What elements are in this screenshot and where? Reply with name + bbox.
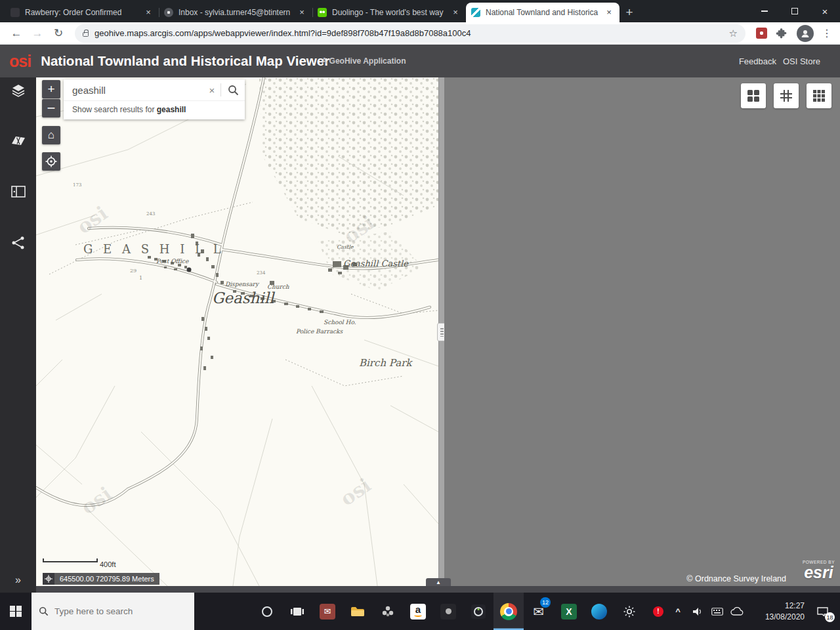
mail-app-button[interactable]: ✉ bbox=[312, 593, 343, 630]
window-minimize-button[interactable] bbox=[749, 0, 780, 22]
hash-grid-icon bbox=[780, 89, 793, 102]
security-alert-button[interactable]: ! bbox=[648, 606, 668, 617]
coordinate-locate-button[interactable] bbox=[43, 573, 54, 585]
amazon-icon: a bbox=[410, 604, 426, 620]
maximize-icon bbox=[791, 8, 798, 14]
zoom-out-button[interactable]: − bbox=[42, 99, 60, 117]
excel-button[interactable]: X bbox=[554, 593, 584, 630]
volume-button[interactable] bbox=[688, 608, 707, 616]
amazon-smile-icon bbox=[414, 614, 422, 617]
search-row: × bbox=[64, 79, 245, 100]
tab-rawberry[interactable]: Rawberry: Order Confirmed × bbox=[5, 3, 159, 22]
map-attribution: © Ordnance Survey Ireland bbox=[686, 574, 786, 583]
window-maximize-button[interactable] bbox=[780, 0, 810, 22]
sidebar-expand-button[interactable]: » bbox=[0, 574, 36, 586]
basemap-gallery-button[interactable] bbox=[741, 83, 766, 108]
new-tab-button[interactable]: + bbox=[620, 3, 639, 22]
map-label-castle: Geashill Castle bbox=[343, 259, 409, 268]
open-attribute-table-arrow[interactable]: ▲ bbox=[426, 578, 451, 586]
taskbar-search[interactable] bbox=[32, 593, 194, 630]
osi-logo[interactable]: osi bbox=[9, 52, 31, 71]
profile-avatar[interactable] bbox=[797, 25, 814, 42]
start-button[interactable] bbox=[0, 593, 32, 630]
amazon-button[interactable]: a bbox=[403, 593, 433, 630]
alert-icon: ! bbox=[653, 606, 663, 617]
zoom-in-button[interactable]: + bbox=[42, 80, 60, 98]
tab-duolingo[interactable]: Duolingo - The world's best way × bbox=[312, 3, 466, 22]
panel-divider[interactable] bbox=[438, 77, 444, 586]
layers-button[interactable] bbox=[0, 77, 36, 104]
settings-button[interactable] bbox=[614, 593, 644, 630]
tab-map-viewer-active[interactable]: National Townland and Historica × bbox=[466, 3, 620, 22]
tab-title: National Townland and Historica bbox=[486, 8, 598, 17]
browser-menu-icon[interactable]: ⋮ bbox=[820, 27, 833, 39]
taskbar-clock[interactable]: 12:27 13/08/2020 bbox=[747, 600, 807, 621]
app-header: osi National Townland and Historical Map… bbox=[0, 45, 840, 77]
map-plot-number: 1 bbox=[139, 275, 142, 281]
map-canvas[interactable]: G E A S H I L L Post Office Dispensary C… bbox=[36, 77, 438, 586]
tab-inbox[interactable]: Inbox - sylvia.turner45@btintern × bbox=[159, 3, 312, 22]
esri-text: esri bbox=[803, 564, 835, 581]
extensions-puzzle-icon[interactable] bbox=[776, 28, 787, 39]
grid-overlay-button[interactable] bbox=[774, 83, 799, 108]
map-search-input[interactable] bbox=[64, 85, 203, 96]
webmail-favicon bbox=[164, 8, 173, 17]
windows-taskbar: ✉ a ✉ 12 X ! bbox=[0, 593, 840, 630]
volume-icon bbox=[693, 608, 702, 616]
tab-close-icon[interactable]: × bbox=[450, 7, 461, 18]
map-label-townland: G E A S H I L L bbox=[83, 242, 224, 256]
back-icon[interactable]: ← bbox=[7, 27, 26, 40]
suggestion-term: geashill bbox=[157, 105, 186, 114]
dark-app-button[interactable] bbox=[433, 593, 463, 630]
action-center-button[interactable]: 18 bbox=[807, 606, 837, 616]
edge-button[interactable] bbox=[584, 593, 614, 630]
touch-keyboard-button[interactable] bbox=[707, 608, 727, 616]
store-app-icon bbox=[381, 605, 394, 618]
extension-icon[interactable] bbox=[756, 28, 767, 39]
widget-sidebar: » bbox=[0, 77, 36, 593]
map-label-birch-park: Birch Park bbox=[359, 357, 413, 369]
store-app-button[interactable] bbox=[373, 593, 403, 630]
chrome-button[interactable] bbox=[494, 593, 524, 630]
tab-title: Duolingo - The world's best way bbox=[332, 8, 445, 17]
osi-store-link[interactable]: OSI Store bbox=[783, 56, 820, 66]
forward-icon[interactable]: → bbox=[28, 27, 47, 40]
feedback-link[interactable]: Feedback bbox=[739, 56, 776, 66]
bookmark-star-icon[interactable]: ☆ bbox=[729, 28, 738, 39]
hidden-icons-button[interactable]: ^ bbox=[668, 606, 688, 616]
esri-logo: POWERED BY esri bbox=[803, 560, 835, 581]
address-bar[interactable]: geohive.maps.arcgis.com/apps/webappviewe… bbox=[75, 24, 746, 43]
map-plot-number: 173 bbox=[73, 182, 81, 188]
attribute-table-button[interactable] bbox=[807, 83, 831, 108]
obs-button[interactable] bbox=[463, 593, 494, 630]
cortana-button[interactable] bbox=[252, 593, 282, 630]
outlook-button[interactable]: ✉ 12 bbox=[524, 593, 554, 630]
file-explorer-button[interactable] bbox=[343, 593, 373, 630]
mail-app-icon: ✉ bbox=[320, 604, 335, 620]
home-extent-button[interactable]: ⌂ bbox=[42, 126, 60, 144]
my-location-button[interactable] bbox=[42, 152, 60, 171]
search-submit-button[interactable] bbox=[221, 85, 245, 96]
taskbar-search-input[interactable] bbox=[54, 606, 187, 616]
scale-label: 400ft bbox=[100, 560, 116, 568]
onedrive-button[interactable] bbox=[727, 607, 747, 616]
tab-close-icon[interactable]: × bbox=[604, 7, 614, 18]
clock-date: 13/08/2020 bbox=[747, 612, 805, 622]
app-subtitle: A GeoHive Application bbox=[322, 56, 406, 66]
search-suggestion[interactable]: Show search results for geashill bbox=[64, 100, 245, 119]
panel-widget-button[interactable] bbox=[0, 178, 36, 205]
right-panel: © Ordnance Survey Ireland POWERED BY esr… bbox=[444, 77, 840, 586]
tab-close-icon[interactable]: × bbox=[143, 7, 154, 18]
share-button[interactable] bbox=[0, 230, 36, 256]
reload-icon[interactable]: ↻ bbox=[49, 26, 68, 40]
task-view-button[interactable] bbox=[282, 593, 312, 630]
rawberry-favicon bbox=[10, 8, 20, 17]
basemap-button[interactable] bbox=[0, 127, 36, 154]
clear-search-icon[interactable]: × bbox=[203, 85, 220, 96]
tab-close-icon[interactable]: × bbox=[297, 7, 307, 18]
window-close-button[interactable]: × bbox=[810, 0, 840, 22]
map-plot-number: 29 bbox=[130, 268, 136, 274]
table-grid-icon bbox=[812, 89, 826, 102]
basemap-icon bbox=[10, 134, 26, 147]
coordinate-widget: 645500.00 720795.89 Meters bbox=[43, 573, 159, 585]
